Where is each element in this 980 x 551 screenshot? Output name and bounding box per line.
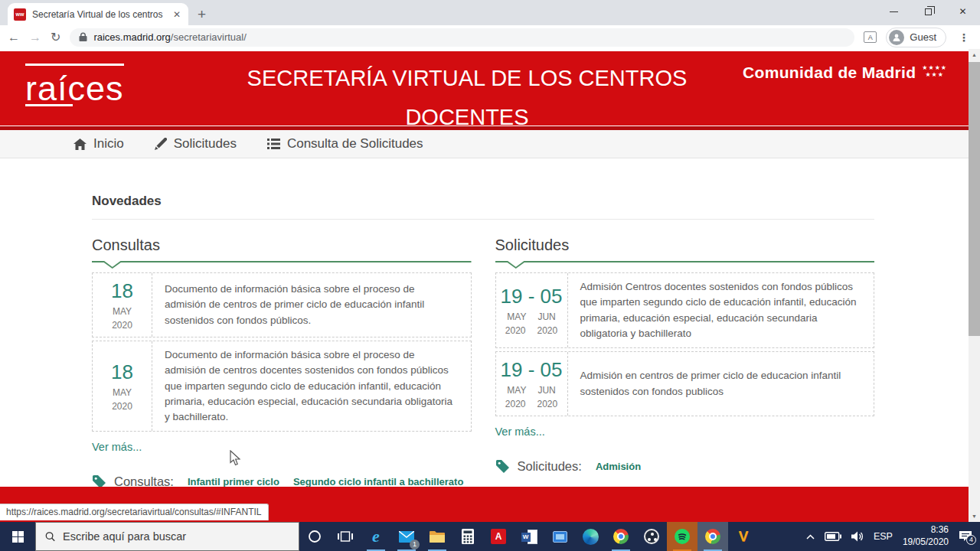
start-button[interactable] — [0, 522, 35, 551]
item-month-end: JUN — [537, 385, 555, 396]
item-text: Admisión en centros de primer ciclo de e… — [568, 352, 874, 416]
chrome-icon — [613, 529, 629, 544]
new-tab-button[interactable]: + — [198, 7, 206, 21]
search-input[interactable] — [63, 530, 289, 543]
address-bar[interactable]: raices.madrid.org/secretariavirtual/ — [70, 28, 854, 47]
browser-menu-icon[interactable]: ⋮ — [956, 31, 972, 44]
list-item[interactable]: 18 MAY 2020 Documento de información bás… — [92, 341, 472, 432]
item-date-range: 19 - 05 MAY JUN 2020 2020 — [496, 273, 568, 347]
task-view-button[interactable] — [330, 522, 361, 551]
spotify-icon — [675, 529, 690, 544]
spotify-button[interactable] — [667, 522, 697, 551]
tray-expand-chevron-icon[interactable] — [806, 534, 815, 540]
page-scrollbar: ▲ ▼ — [969, 49, 980, 522]
scrollbar-down-button[interactable]: ▼ — [969, 510, 980, 522]
close-icon: ✕ — [959, 6, 966, 17]
edge-icon — [583, 529, 599, 545]
solicitudes-tags: Solicitudes: Admisión — [495, 459, 875, 474]
columns: Consultas 18 MAY 2020 Documento de infor… — [92, 236, 874, 489]
mail-button[interactable]: 1 — [391, 522, 422, 551]
item-month-end: JUN — [537, 311, 555, 322]
window-controls: ✕ — [877, 0, 980, 23]
battery-icon[interactable] — [825, 532, 841, 541]
internet-explorer-button[interactable]: e — [361, 522, 391, 551]
item-years: 2020 2020 — [505, 399, 557, 409]
chrome-button[interactable] — [606, 522, 636, 551]
item-months: MAY JUN — [507, 311, 555, 322]
madrid-flag-stars-icon: ★★★★ ★★★ — [922, 65, 947, 79]
item-month-start: MAY — [507, 311, 526, 322]
person-icon — [892, 33, 901, 42]
scrollbar-up-button[interactable]: ▲ — [969, 49, 980, 60]
clock-time: 8:36 — [903, 524, 949, 536]
item-month: MAY — [113, 387, 132, 398]
list-icon — [267, 139, 280, 149]
item-date: 18 MAY 2020 — [93, 273, 152, 337]
browser-tab[interactable]: ww Secretaría Virtual de los centros ✕ — [8, 3, 188, 25]
consultas-ver-mas-link[interactable]: Ver más... — [92, 441, 142, 453]
window-minimize-button[interactable] — [877, 0, 911, 23]
word-button[interactable]: W — [514, 522, 544, 551]
lock-icon — [79, 32, 87, 42]
window-close-button[interactable]: ✕ — [946, 0, 980, 23]
site-title: SECRETARÍA VIRTUAL DE LOS CENTROS DOCENT… — [218, 59, 716, 137]
forward-button[interactable]: → — [29, 31, 41, 44]
tag-link-admision[interactable]: Admisión — [596, 461, 641, 472]
nav-item-consulta-solicitudes[interactable]: Consulta de Solicitudes — [267, 136, 423, 152]
consultas-title: Consultas — [92, 236, 472, 254]
acrobat-button[interactable]: A — [483, 522, 514, 551]
tab-close-icon[interactable]: ✕ — [172, 9, 182, 20]
item-text: Documento de información básica sobre el… — [152, 341, 471, 431]
solicitudes-title: Solicitudes — [495, 236, 875, 254]
edge-button[interactable] — [575, 522, 606, 551]
language-indicator[interactable]: ESP — [874, 531, 893, 542]
system-tray: ESP 8:36 19/05/2020 4 — [806, 522, 980, 551]
solicitudes-ver-mas-link[interactable]: Ver más... — [495, 425, 545, 438]
tag-link-segundo-ciclo[interactable]: Segundo ciclo infantil a bachillerato — [293, 476, 463, 487]
obs-icon — [644, 529, 659, 544]
home-icon — [74, 139, 87, 150]
scrollbar-thumb[interactable] — [969, 62, 980, 336]
chrome-active-button[interactable] — [697, 522, 728, 551]
page-viewport: raíces SECRETARÍA VIRTUAL DE LOS CENTROS… — [0, 49, 969, 522]
taskbar-search[interactable] — [35, 522, 299, 551]
obs-button[interactable] — [636, 522, 667, 551]
item-year: 2020 — [112, 320, 132, 331]
consultas-list: 18 MAY 2020 Documento de información bás… — [92, 272, 472, 432]
site-nav: Inicio Solicitudes Consulta de Solicitud… — [0, 130, 969, 158]
item-text: Documento de información básica sobre el… — [152, 273, 471, 337]
tag-icon — [495, 459, 510, 474]
calculator-button[interactable] — [452, 522, 483, 551]
profile-chip[interactable]: Guest — [886, 28, 946, 47]
file-explorer-button[interactable] — [422, 522, 452, 551]
window-restore-button[interactable] — [911, 0, 946, 23]
volume-icon[interactable] — [851, 531, 864, 542]
chrome-icon — [705, 529, 720, 544]
raices-logo[interactable]: raíces — [25, 64, 124, 109]
item-month: MAY — [113, 306, 132, 317]
pencil-icon — [155, 138, 167, 150]
nav-item-solicitudes[interactable]: Solicitudes — [155, 136, 237, 152]
taskbar: e 1 A W — [0, 522, 980, 551]
back-button[interactable]: ← — [8, 31, 20, 44]
list-item[interactable]: 18 MAY 2020 Documento de información bás… — [92, 272, 472, 337]
translate-icon[interactable]: A — [864, 31, 877, 43]
nav-label: Inicio — [93, 136, 124, 152]
monitor-app-button[interactable] — [544, 522, 575, 551]
reload-button[interactable]: ↻ — [51, 31, 60, 44]
freemake-button[interactable]: V — [728, 522, 759, 551]
minimize-icon — [890, 11, 898, 12]
stars-row-bottom: ★★★ — [925, 72, 944, 79]
tag-link-infantil-primer-ciclo[interactable]: Infantil primer ciclo — [188, 476, 279, 487]
item-day: 18 — [111, 279, 133, 303]
nav-item-inicio[interactable]: Inicio — [74, 136, 124, 152]
action-center-button[interactable]: 4 — [959, 530, 972, 543]
nav-label: Solicitudes — [174, 136, 237, 152]
list-item[interactable]: 19 - 05 MAY JUN 2020 2020 Admis — [495, 351, 875, 416]
list-item[interactable]: 19 - 05 MAY JUN 2020 2020 Admis — [495, 272, 875, 348]
green-rule — [495, 260, 875, 269]
item-year-start: 2020 — [505, 399, 526, 409]
item-year-end: 2020 — [537, 325, 558, 336]
taskbar-clock[interactable]: 8:36 19/05/2020 — [903, 524, 949, 548]
cortana-button[interactable] — [299, 522, 330, 551]
